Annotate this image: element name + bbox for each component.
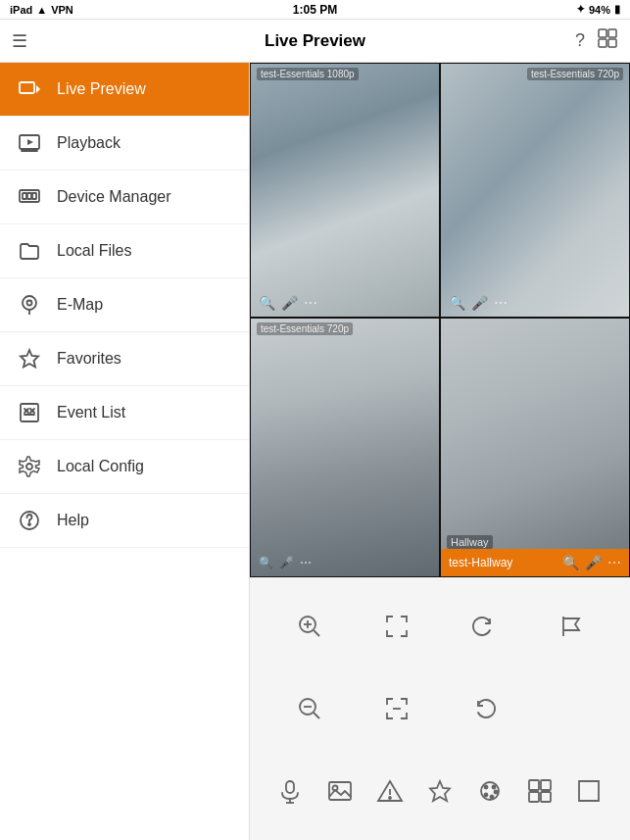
camera-cell-4[interactable]: Hallway test-Hallway 🔍 🎤 ⋯ xyxy=(440,318,630,577)
svg-rect-10 xyxy=(27,193,31,199)
palette-button[interactable] xyxy=(468,769,511,813)
cam1-zoom-icon[interactable]: 🔍 xyxy=(259,295,275,311)
svg-point-22 xyxy=(26,464,32,469)
cam2-zoom-icon[interactable]: 🔍 xyxy=(449,295,465,311)
sidebar-label-event-list: Event List xyxy=(57,404,125,421)
svg-rect-16 xyxy=(21,404,38,421)
cam4-bottom-bar: test-Hallway 🔍 🎤 ⋯ xyxy=(441,549,629,576)
svg-point-45 xyxy=(484,786,487,789)
flag-button[interactable] xyxy=(550,605,593,648)
live-preview-icon xyxy=(16,75,43,103)
sidebar-item-favorites[interactable]: Favorites xyxy=(0,332,249,386)
cam1-feed xyxy=(251,64,439,317)
svg-rect-51 xyxy=(541,780,551,790)
fit-width-button[interactable] xyxy=(375,687,418,730)
cam1-icons-left: 🔍 🎤 ⋯ xyxy=(259,295,317,311)
cam3-zoom-icon[interactable]: 🔍 xyxy=(259,556,273,569)
toolbar-row-2 xyxy=(266,687,614,730)
header-title: Live Preview xyxy=(265,31,365,51)
sidebar-label-device-manager: Device Manager xyxy=(57,188,171,206)
device-manager-icon xyxy=(16,183,43,211)
help-icon xyxy=(16,507,43,534)
hamburger-button[interactable]: ☰ xyxy=(12,30,27,52)
sidebar-item-local-files[interactable]: Local Files xyxy=(0,224,249,278)
sidebar-item-help[interactable]: Help xyxy=(0,494,249,548)
camera-cell-3[interactable]: test-Essentials 720p 🔍 🎤 ⋯ xyxy=(250,318,440,577)
grid-layout-button[interactable] xyxy=(597,27,618,54)
sidebar-item-live-preview[interactable]: Live Preview xyxy=(0,63,249,117)
sidebar-label-local-config: Local Config xyxy=(57,458,144,475)
svg-rect-35 xyxy=(286,781,294,793)
cam4-mic-icon[interactable]: 🎤 xyxy=(585,555,602,570)
vpn-label: VPN xyxy=(51,4,73,16)
svg-point-42 xyxy=(389,797,391,799)
local-config-icon xyxy=(16,453,43,480)
sidebar-label-favorites: Favorites xyxy=(57,350,121,368)
svg-point-13 xyxy=(27,301,32,306)
svg-rect-3 xyxy=(608,39,616,47)
svg-rect-9 xyxy=(23,193,26,199)
svg-rect-52 xyxy=(529,792,539,802)
wifi-icon: ▲ xyxy=(36,4,47,16)
svg-rect-11 xyxy=(32,193,36,199)
svg-point-49 xyxy=(490,796,493,799)
sidebar-item-e-map[interactable]: E-Map xyxy=(0,278,249,332)
rotate-cw-button[interactable] xyxy=(462,605,506,648)
svg-rect-50 xyxy=(529,780,539,790)
cam4-icons-right: 🔍 🎤 ⋯ xyxy=(562,555,621,570)
cam3-mic-icon[interactable]: 🎤 xyxy=(279,556,294,569)
cam4-more-icon[interactable]: ⋯ xyxy=(607,555,621,570)
svg-line-33 xyxy=(314,713,319,718)
svg-point-12 xyxy=(23,296,36,310)
bluetooth-icon: ✦ xyxy=(576,3,585,16)
help-button[interactable]: ? xyxy=(575,30,585,51)
star-outline-button[interactable] xyxy=(418,769,461,813)
ipad-label: iPad xyxy=(10,4,32,16)
cam3-feed xyxy=(251,319,439,576)
cam1-top-label: test-Essentials 1080p xyxy=(257,68,359,80)
cam2-more-icon[interactable]: ⋯ xyxy=(494,295,508,311)
expand-button[interactable] xyxy=(567,769,610,813)
sidebar-item-playback[interactable]: Playback xyxy=(0,117,249,171)
playback-icon xyxy=(16,129,43,157)
sidebar-item-device-manager[interactable]: Device Manager xyxy=(0,171,249,224)
svg-rect-4 xyxy=(20,82,34,93)
cam4-zoom-icon[interactable]: 🔍 xyxy=(562,555,579,570)
svg-rect-38 xyxy=(329,782,351,800)
header-left: ☰ xyxy=(12,30,27,52)
content-area: test-Essentials 1080p 🔍 🎤 ⋯ test-Essenti… xyxy=(250,63,630,840)
zoom-in-button[interactable] xyxy=(288,605,331,648)
svg-point-48 xyxy=(484,794,487,797)
camera-cell-2[interactable]: test-Essentials 720p 🔍 🎤 ⋯ xyxy=(440,63,630,318)
svg-marker-15 xyxy=(21,350,38,368)
toolbar-row-1 xyxy=(266,605,614,648)
status-time: 1:05 PM xyxy=(293,3,337,17)
battery-icon: ▮ xyxy=(614,3,620,16)
camera-grid: test-Essentials 1080p 🔍 🎤 ⋯ test-Essenti… xyxy=(250,63,630,577)
rotate-ccw-button[interactable] xyxy=(462,687,506,730)
cam3-more-icon[interactable]: ⋯ xyxy=(300,556,312,569)
sidebar-label-e-map: E-Map xyxy=(57,296,103,314)
empty-slot xyxy=(550,687,593,730)
svg-point-47 xyxy=(494,791,497,794)
sidebar-label-help: Help xyxy=(57,512,89,529)
image-button[interactable] xyxy=(318,769,362,813)
e-map-icon xyxy=(16,291,43,319)
status-bar: iPad ▲ VPN 1:05 PM ✦ 94% ▮ xyxy=(0,0,630,20)
status-left: iPad ▲ VPN xyxy=(10,4,73,16)
svg-marker-5 xyxy=(36,85,40,93)
mic-button[interactable] xyxy=(268,769,312,813)
cam2-mic-icon[interactable]: 🎤 xyxy=(471,295,488,311)
warning-button[interactable] xyxy=(368,769,412,813)
svg-rect-0 xyxy=(599,29,606,37)
camera-cell-1[interactable]: test-Essentials 1080p 🔍 🎤 ⋯ xyxy=(250,63,440,318)
grid-view-button[interactable] xyxy=(518,769,561,813)
zoom-out-button[interactable] xyxy=(288,687,331,730)
sidebar-item-local-config[interactable]: Local Config xyxy=(0,440,249,494)
cam1-more-icon[interactable]: ⋯ xyxy=(304,295,317,311)
svg-rect-2 xyxy=(599,39,606,47)
sidebar-item-event-list[interactable]: Event List xyxy=(0,386,249,440)
header-bar: ☰ Live Preview ? xyxy=(0,20,630,63)
fit-screen-button[interactable] xyxy=(375,605,418,648)
cam1-mic-icon[interactable]: 🎤 xyxy=(281,295,298,311)
